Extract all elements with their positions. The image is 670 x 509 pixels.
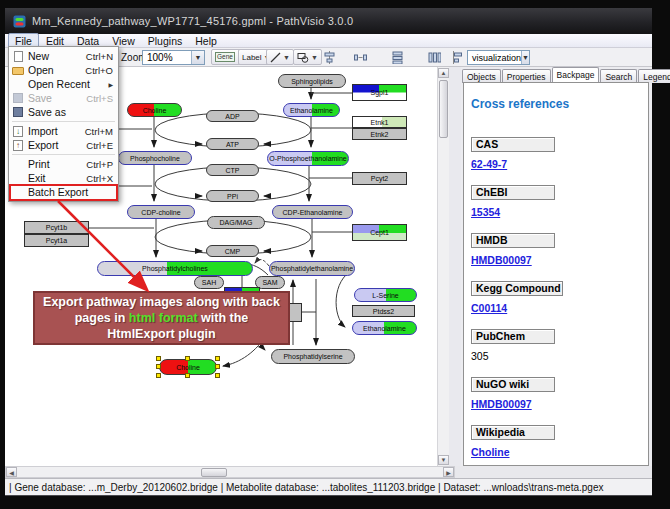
- batch-export-highlight: [9, 184, 118, 201]
- node-label: Choline: [176, 364, 200, 371]
- menu-item-export[interactable]: ↑ Export Ctrl+E: [9, 138, 118, 152]
- stack-horizontal-button[interactable]: [425, 49, 444, 65]
- stack-horizontal-icon: [428, 51, 441, 64]
- menu-item-new[interactable]: New Ctrl+N: [9, 49, 118, 63]
- menu-plugins[interactable]: Plugins: [142, 34, 188, 48]
- xref-title: ChEBI: [471, 185, 555, 200]
- menu-item-exit[interactable]: Exit Ctrl+X: [9, 171, 118, 185]
- node-ppi[interactable]: PPi: [206, 190, 259, 202]
- selection-handle[interactable]: [156, 373, 161, 378]
- node-choline-selected[interactable]: Choline: [159, 359, 217, 375]
- xref-section: CAS 62-49-7: [471, 137, 648, 170]
- selection-handle[interactable]: [156, 356, 161, 361]
- menu-item-import[interactable]: ↓ Import Ctrl+M: [9, 124, 118, 138]
- chevron-down-icon[interactable]: ▼: [521, 51, 529, 64]
- xref-link[interactable]: HMDB00097: [471, 398, 648, 410]
- new-shape-button[interactable]: ▼: [293, 49, 322, 65]
- node-pcyt1b[interactable]: Pcyt1b: [24, 221, 89, 234]
- menu-item-save[interactable]: Save Ctrl+S: [9, 91, 118, 105]
- node-ptdss2[interactable]: Ptdss2: [352, 305, 415, 317]
- node-sah[interactable]: SAH: [194, 276, 224, 289]
- selection-handle[interactable]: [215, 356, 220, 361]
- node-label: Ethanolamine: [290, 107, 333, 114]
- selection-handle[interactable]: [215, 373, 220, 378]
- zoom-combobox[interactable]: 100% ▼: [142, 50, 205, 65]
- menu-item-print[interactable]: Print Ctrl+P: [9, 157, 118, 171]
- xref-link[interactable]: Choline: [471, 446, 648, 458]
- zoom-value: 100%: [147, 52, 173, 63]
- scrollbar-filler: [455, 466, 652, 478]
- node-phosphatidylserine[interactable]: Phosphatidylserine: [271, 349, 355, 364]
- node-ethanolamine-top[interactable]: Ethanolamine: [283, 103, 340, 117]
- menu-item-save-as[interactable]: Save as: [9, 105, 118, 119]
- scroll-down-icon[interactable]: ▼: [438, 455, 449, 465]
- node-ethanolamine-bottom[interactable]: Ethanolamine: [352, 321, 417, 335]
- menu-item-open-recent[interactable]: Open Recent ▶: [9, 77, 118, 91]
- vertical-scroll-thumb[interactable]: [439, 80, 448, 138]
- node-pcyt2[interactable]: Pcyt2: [352, 172, 407, 185]
- horizontal-scroll-thumb[interactable]: [201, 468, 227, 477]
- xref-link[interactable]: 15354: [471, 206, 648, 218]
- callout-line2: pages in html format with the: [35, 310, 288, 326]
- node-pcyt1a[interactable]: Pcyt1a: [24, 234, 89, 247]
- selection-handle[interactable]: [156, 364, 161, 369]
- node-choline-top[interactable]: Choline: [127, 103, 182, 117]
- backpage-panel: Cross references CAS 62-49-7 ChEBI 15354…: [463, 82, 649, 466]
- xref-link[interactable]: C00114: [471, 302, 648, 314]
- node-cdp-choline[interactable]: CDP-choline: [127, 205, 195, 219]
- scroll-left-icon[interactable]: ◀: [6, 467, 17, 477]
- tab-search[interactable]: Search: [600, 69, 637, 83]
- align-edge-button[interactable]: [450, 49, 464, 65]
- xref-link[interactable]: HMDB00097: [471, 254, 648, 266]
- stack-vertical-icon: [391, 51, 404, 64]
- visualization-combobox[interactable]: visualization ▼: [467, 50, 530, 65]
- node-label: PPi: [227, 193, 238, 200]
- scroll-right-icon[interactable]: ▶: [443, 467, 454, 477]
- callout-line3: HtmlExport plugin: [35, 326, 288, 342]
- node-cmp[interactable]: CMP: [206, 245, 259, 257]
- stack-vertical-button[interactable]: [388, 49, 407, 65]
- tab-objects[interactable]: Objects: [462, 69, 501, 83]
- selection-handle[interactable]: [215, 364, 220, 369]
- cross-references-heading: Cross references: [471, 97, 648, 111]
- node-cdp-ethanolamine[interactable]: CDP-Ethanolamine: [272, 205, 353, 219]
- node-phosphatidylcholines[interactable]: Phosphatidylcholines: [97, 261, 253, 276]
- menu-help[interactable]: Help: [189, 34, 223, 48]
- canvas-vertical-scrollbar[interactable]: ▲ ▼: [437, 67, 449, 466]
- node-label: SAH: [202, 279, 216, 286]
- new-line-button[interactable]: ▼: [266, 49, 294, 65]
- node-label: Sgpl1: [371, 89, 389, 96]
- node-sgpl1[interactable]: Sgpl1: [352, 84, 407, 101]
- chevron-down-icon[interactable]: ▼: [191, 51, 204, 64]
- xref-link[interactable]: 62-49-7: [471, 158, 648, 170]
- node-o-phosphoethanolamine[interactable]: O-Phosphoethanolamine: [267, 151, 349, 166]
- label-tool-label: Label: [242, 53, 262, 62]
- distribute-horizontal-button[interactable]: [351, 49, 370, 65]
- xref-title: NuGO wiki: [471, 377, 555, 392]
- node-l-serine[interactable]: L-Serine: [354, 288, 417, 302]
- node-label: Phosphatidylcholines: [142, 265, 208, 272]
- selection-handle[interactable]: [185, 373, 190, 378]
- canvas-horizontal-scrollbar[interactable]: ◀ ▶: [5, 466, 455, 478]
- node-phosphocholine[interactable]: Phosphocholine: [118, 151, 192, 165]
- node-etnk1[interactable]: Etnk1: [352, 116, 407, 128]
- tab-legend[interactable]: Legend: [638, 69, 670, 83]
- tab-properties[interactable]: Properties: [502, 69, 551, 83]
- node-etnk2[interactable]: Etnk2: [352, 128, 407, 140]
- open-folder-icon: [12, 64, 24, 76]
- node-dag-mag[interactable]: DAG/MAG: [207, 216, 265, 229]
- tab-backpage[interactable]: Backpage: [552, 67, 600, 83]
- node-cept1[interactable]: Cept1: [352, 224, 407, 241]
- align-center-button[interactable]: [320, 49, 339, 65]
- scroll-up-icon[interactable]: ▲: [438, 68, 449, 78]
- node-ctp[interactable]: CTP: [206, 164, 259, 176]
- node-label: Pcyt2: [371, 175, 389, 182]
- xref-value: 305: [471, 350, 648, 362]
- selection-handle[interactable]: [185, 356, 190, 361]
- node-phosphatidylethanolamine[interactable]: Phosphatidylethanolamine: [269, 261, 355, 276]
- node-atp[interactable]: ATP: [206, 138, 259, 150]
- save-disk-icon: [12, 92, 24, 104]
- node-sphingolipids[interactable]: Sphingolipids: [278, 74, 346, 88]
- menu-item-open[interactable]: Open Ctrl+O: [9, 63, 118, 77]
- node-adp[interactable]: ADP: [206, 110, 259, 122]
